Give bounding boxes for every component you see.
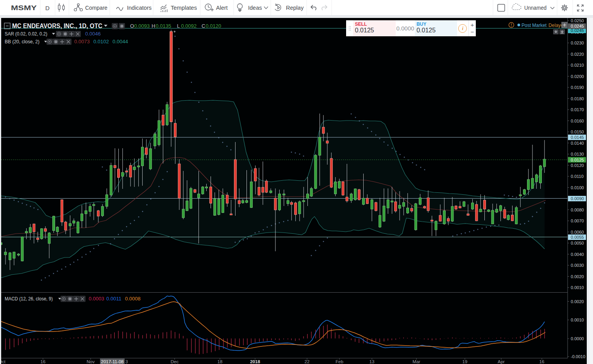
svg-text:0.0220: 0.0220 <box>571 52 584 57</box>
svg-text:D: D <box>45 5 50 11</box>
svg-text:0.0011: 0.0011 <box>106 296 121 302</box>
svg-text:Dec: Dec <box>171 359 179 364</box>
svg-text:19: 19 <box>463 359 468 364</box>
svg-text:0.0190: 0.0190 <box>571 85 584 90</box>
svg-text:0.0140: 0.0140 <box>571 141 584 146</box>
svg-text:O: O <box>130 23 134 29</box>
svg-text:Alert: Alert <box>216 5 228 11</box>
svg-text:16: 16 <box>41 359 46 364</box>
svg-text:0.0200: 0.0200 <box>571 74 584 79</box>
svg-text:Replay: Replay <box>286 5 304 11</box>
svg-text:0.0135: 0.0135 <box>156 23 171 29</box>
svg-text:Apr: Apr <box>498 359 505 364</box>
svg-text:0.0060: 0.0060 <box>571 230 584 234</box>
svg-text:2017-11-08: 2017-11-08 <box>101 359 124 364</box>
svg-text:0.0092: 0.0092 <box>181 23 197 29</box>
svg-text:16: 16 <box>539 359 545 364</box>
svg-text:Unnamed: Unnamed <box>524 5 547 11</box>
svg-text:0.0003: 0.0003 <box>89 296 104 302</box>
svg-text:0.0046: 0.0046 <box>85 31 101 37</box>
svg-text:0.0125: 0.0125 <box>571 158 584 162</box>
svg-text:0.0030: 0.0030 <box>571 263 584 268</box>
svg-text:SAR (0.02, 0.02, 0.2): SAR (0.02, 0.02, 0.2) <box>5 31 47 37</box>
svg-text:0.0070: 0.0070 <box>571 218 584 223</box>
svg-text:0.0180: 0.0180 <box>571 96 584 101</box>
svg-text:H: H <box>152 23 155 29</box>
svg-text:2018: 2018 <box>250 359 260 364</box>
svg-text:Oct: Oct <box>1 359 6 364</box>
svg-text:0.0008: 0.0008 <box>125 296 141 302</box>
svg-text:0.0120: 0.0120 <box>571 163 584 168</box>
svg-text:MACD (12, 26, close, 9): MACD (12, 26, close, 9) <box>5 296 53 302</box>
svg-text:0.0020: 0.0020 <box>571 274 584 279</box>
svg-text:0.0020: 0.0020 <box>571 299 584 304</box>
svg-text:!: ! <box>511 23 512 27</box>
svg-text:C: C <box>202 23 205 29</box>
svg-text:Feb: Feb <box>336 359 343 364</box>
svg-text:0.0080: 0.0080 <box>571 208 584 212</box>
svg-text:0.0010: 0.0010 <box>571 318 584 322</box>
svg-text:0.0000: 0.0000 <box>571 336 584 341</box>
svg-text:0.0040: 0.0040 <box>571 252 584 257</box>
svg-text:0.0050: 0.0050 <box>571 241 584 245</box>
svg-text:0.0230: 0.0230 <box>571 41 584 45</box>
svg-text:0.0110: 0.0110 <box>571 174 584 179</box>
svg-text:MSMY: MSMY <box>11 4 37 11</box>
svg-text:0.0250: 0.0250 <box>571 18 584 23</box>
svg-text:3: 3 <box>125 359 128 364</box>
svg-text:Post Market: Post Market <box>522 22 547 28</box>
svg-text:0.0160: 0.0160 <box>571 119 584 123</box>
svg-text:0.0073: 0.0073 <box>74 39 90 44</box>
svg-text:Mar: Mar <box>413 359 420 364</box>
svg-text:0.0210: 0.0210 <box>571 63 584 67</box>
svg-text:0.0010: 0.0010 <box>571 285 584 290</box>
svg-text:18: 18 <box>218 359 223 364</box>
svg-text:BB (20, close, 2): BB (20, close, 2) <box>5 39 39 44</box>
svg-text:0.0093: 0.0093 <box>134 23 150 29</box>
svg-text:0.0170: 0.0170 <box>571 107 584 112</box>
svg-text:0.0044: 0.0044 <box>113 39 128 44</box>
svg-text:Ideas: Ideas <box>248 5 262 11</box>
svg-text:0.0102: 0.0102 <box>93 39 109 44</box>
svg-text:L: L <box>177 23 180 29</box>
svg-text:0.0100: 0.0100 <box>571 185 584 190</box>
svg-text:Compare: Compare <box>85 5 107 11</box>
svg-text:0.0145: 0.0145 <box>571 135 584 140</box>
svg-text:-0.0010: -0.0010 <box>571 354 585 359</box>
svg-text:0.0150: 0.0150 <box>571 130 584 134</box>
svg-text:0.0090: 0.0090 <box>571 196 584 201</box>
svg-text:MC ENDEAVORS, INC., 1D, OTC: MC ENDEAVORS, INC., 1D, OTC <box>12 23 102 29</box>
svg-text:Nov: Nov <box>87 359 95 364</box>
svg-text:0.0245: 0.0245 <box>571 24 584 28</box>
svg-text:22: 22 <box>305 359 310 364</box>
svg-text:Templates: Templates <box>171 5 197 11</box>
svg-text:13: 13 <box>370 359 375 364</box>
svg-text:0.0055: 0.0055 <box>571 235 584 240</box>
svg-text:0.0120: 0.0120 <box>206 23 221 29</box>
svg-text:0.0130: 0.0130 <box>571 152 584 156</box>
svg-text:Indicators: Indicators <box>127 5 152 11</box>
